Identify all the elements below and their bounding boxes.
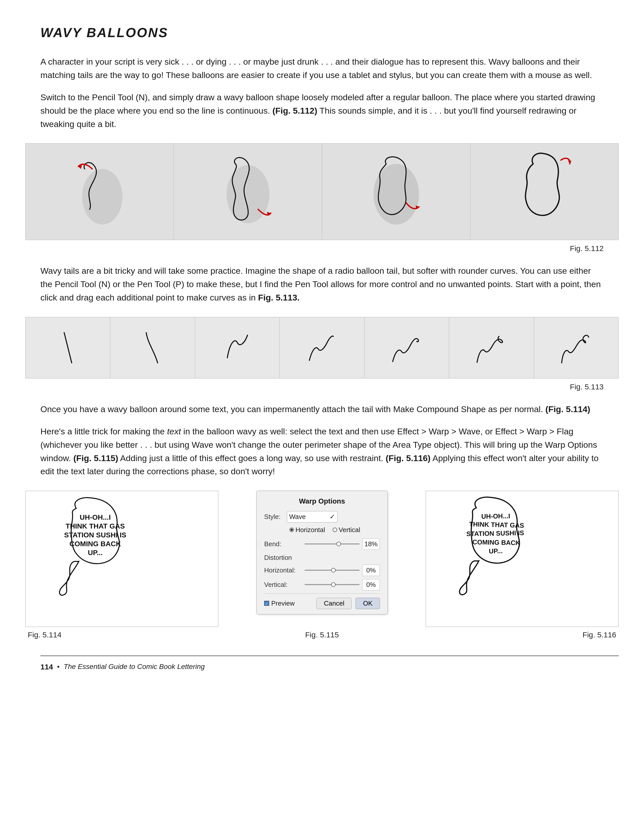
warp-horiz-dist-slider[interactable]	[304, 570, 360, 571]
fig-112-panel-2	[174, 144, 322, 240]
radio-horizontal[interactable]: Horizontal	[289, 525, 325, 535]
warp-style-label: Style:	[264, 512, 287, 522]
distortion-label: Distortion	[264, 553, 380, 563]
fig-115-label: Fig. 5.115	[224, 629, 420, 640]
warp-cancel-button[interactable]: Cancel	[317, 598, 352, 609]
footer-page-number: 114	[40, 661, 53, 672]
fig-112-label: Fig. 5.112	[25, 243, 604, 254]
svg-line-7	[64, 332, 72, 363]
preview-checkbox[interactable]	[264, 601, 269, 606]
warp-horiz-dist-control: 0%	[304, 565, 380, 576]
radio-vertical[interactable]: Vertical	[333, 525, 360, 535]
svg-marker-6	[568, 160, 572, 164]
warp-bend-row: Bend: 18%	[264, 538, 380, 550]
fig-113-panel-3	[195, 317, 280, 378]
warp-vert-dist-control: 0%	[304, 579, 380, 590]
bottom-figures-row: UH-OH...I THINK THAT GAS STATION SUSHI I…	[25, 490, 619, 627]
fig-114: UH-OH...I THINK THAT GAS STATION SUSHI I…	[25, 490, 218, 627]
paragraph-5: Here's a little trick for making the tex…	[40, 425, 604, 478]
paragraph-3: Wavy tails are a bit tricky and will tak…	[40, 264, 604, 304]
fig-113-panel-2	[111, 317, 195, 378]
warp-horiz-dist-thumb[interactable]	[331, 568, 336, 572]
fig-114-label: Fig. 5.114	[25, 629, 224, 640]
fig-115-container: Warp Options Style: Wave ✓ Horizontal Ve…	[218, 490, 426, 614]
warp-horiz-dist-label: Horizontal:	[264, 566, 304, 575]
warp-vert-dist-value: 0%	[362, 579, 380, 590]
warp-options-dialog: Warp Options Style: Wave ✓ Horizontal Ve…	[256, 490, 388, 614]
radio-vertical-label: Vertical	[339, 525, 360, 535]
paragraph-4: Once you have a wavy balloon around some…	[40, 403, 604, 416]
svg-text:UH-OH...I: UH-OH...I	[80, 513, 111, 521]
paragraph-2: Switch to the Pencil Tool (N), and simpl…	[40, 91, 604, 131]
svg-text:STATION SUSHI IS: STATION SUSHI IS	[64, 531, 126, 539]
warp-vert-dist-label: Vertical:	[264, 580, 304, 590]
warp-vert-dist-row: Vertical: 0%	[264, 579, 380, 590]
warp-vert-dist-slider[interactable]	[304, 584, 360, 585]
fig-113-panel-6	[449, 317, 534, 378]
fig-112-panel-1	[26, 144, 174, 240]
warp-horiz-dist-row: Horizontal: 0%	[264, 565, 380, 576]
warp-bend-thumb[interactable]	[337, 542, 341, 546]
page-title: WAVY BALLOONS	[40, 23, 619, 42]
footer-separator: •	[57, 661, 60, 672]
warp-bend-value: 18%	[362, 538, 380, 550]
warp-bend-control: 18%	[304, 538, 380, 550]
warp-vert-dist-thumb[interactable]	[331, 582, 336, 587]
svg-text:COMING BACK: COMING BACK	[69, 540, 121, 548]
warp-style-checkmark: ✓	[330, 512, 335, 522]
fig-113-panel-1	[26, 317, 111, 378]
fig-116-label: Fig. 5.116	[420, 629, 619, 640]
bottom-fig-labels: Fig. 5.114 Fig. 5.115 Fig. 5.116	[25, 629, 619, 640]
warp-options-title: Warp Options	[264, 496, 380, 507]
footer-book-title: The Essential Guide to Comic Book Letter…	[64, 661, 205, 672]
warp-style-value: Wave	[289, 512, 306, 522]
warp-style-select[interactable]: Wave ✓	[287, 511, 337, 523]
svg-text:UH-OH...I: UH-OH...I	[481, 512, 510, 520]
svg-point-0	[82, 169, 123, 224]
radio-horizontal-circle	[289, 527, 294, 532]
warp-preview-check[interactable]: Preview	[264, 598, 295, 608]
fig-113-panel-5	[365, 317, 449, 378]
fig-112-panel-3	[322, 144, 470, 240]
paragraph-1: A character in your script is very sick …	[40, 55, 604, 81]
radio-vertical-circle	[333, 527, 337, 532]
svg-text:UP...: UP...	[88, 549, 103, 557]
fig-113-label: Fig. 5.113	[25, 381, 604, 392]
svg-text:THINK THAT GAS: THINK THAT GAS	[66, 522, 125, 530]
warp-radio-row: Horizontal Vertical	[289, 525, 380, 535]
radio-horizontal-label: Horizontal	[295, 525, 325, 535]
warp-style-row: Style: Wave ✓	[264, 511, 380, 523]
fig-113	[25, 317, 619, 378]
fig-113-panel-7	[534, 317, 618, 378]
warp-buttons-row: Preview Cancel OK	[264, 598, 380, 609]
fig-113-panel-4	[280, 317, 364, 378]
svg-text:STATION SUSHI IS: STATION SUSHI IS	[466, 529, 524, 538]
warp-horiz-dist-value: 0%	[362, 565, 380, 576]
preview-label: Preview	[271, 598, 295, 608]
warp-ok-button[interactable]: OK	[356, 598, 380, 609]
warp-bend-slider[interactable]	[304, 543, 360, 544]
fig-112	[25, 143, 619, 240]
svg-text:COMING BACK: COMING BACK	[472, 538, 520, 546]
svg-text:THINK THAT GAS: THINK THAT GAS	[469, 520, 524, 529]
fig-116: UH-OH...I THINK THAT GAS STATION SUSHI I…	[426, 490, 619, 627]
svg-text:UP...: UP...	[489, 547, 503, 555]
warp-bend-label: Bend:	[264, 539, 304, 549]
page-footer: 114 • The Essential Guide to Comic Book …	[40, 656, 619, 672]
fig-112-panel-4	[470, 144, 618, 240]
